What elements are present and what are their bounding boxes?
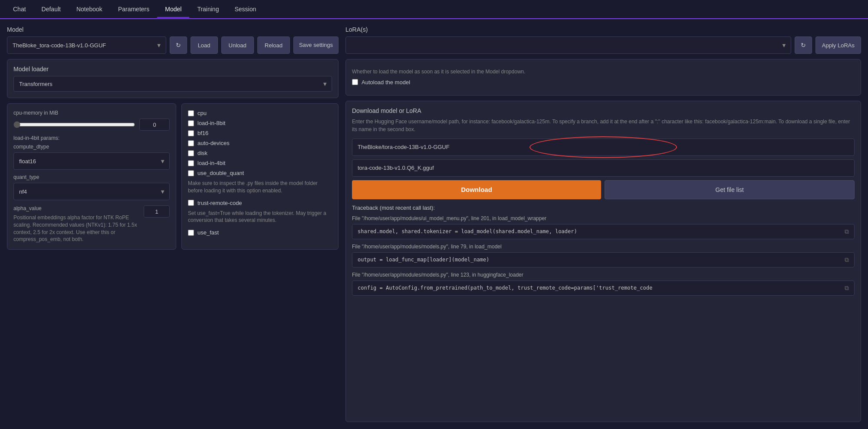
checkbox-use-double-quant: use_double_quant <box>188 170 332 176</box>
use-double-quant-checkbox[interactable] <box>188 170 194 176</box>
trust-remote-code-label: trust-remote-code <box>197 200 242 206</box>
disk-label: disk <box>197 150 207 156</box>
traceback-line-1: File "/home/user/app/modules/models.py",… <box>352 243 855 251</box>
autoload-desc: Whether to load the model as soon as it … <box>352 68 855 76</box>
traceback-line-0: File "/home/user/app/modules/ui_model_me… <box>352 214 855 222</box>
model-path-wrapper <box>352 139 855 156</box>
traceback-line-2: File "/home/user/app/modules/models.py",… <box>352 271 855 279</box>
tab-chat[interactable]: Chat <box>5 1 34 18</box>
checkbox-use-fast: use_fast <box>188 229 332 236</box>
params-right: cpu load-in-8bit bf16 auto-devices disk <box>181 103 339 250</box>
compute-dtype-dropdown-wrapper: float16 float32 bfloat16 ▼ <box>13 152 170 170</box>
download-desc: Enter the Hugging Face username/model pa… <box>352 118 855 133</box>
tab-notebook[interactable]: Notebook <box>69 1 110 18</box>
reload-button[interactable]: Reload <box>257 36 290 54</box>
alpha-value-label: alpha_value <box>13 205 139 211</box>
autoload-row: Autoload the model <box>352 79 855 86</box>
quant-type-label: quant_type <box>13 174 170 180</box>
cpu-memory-slider-row <box>13 119 170 131</box>
copy-icon-1[interactable]: ⧉ <box>845 256 849 264</box>
copy-icon-0[interactable]: ⧉ <box>845 228 849 235</box>
load-button[interactable]: Load <box>191 36 218 54</box>
cpu-memory-label: cpu-memory in MiB <box>13 110 170 116</box>
auto-devices-checkbox[interactable] <box>188 140 194 146</box>
model-path-input[interactable] <box>352 139 855 156</box>
bf16-label: bf16 <box>197 130 208 136</box>
cpu-label: cpu <box>197 110 207 116</box>
use-fast-label: use_fast <box>197 229 219 236</box>
model-dropdown-wrapper: TheBloke_tora-code-13B-v1.0-GGUF ▼ <box>7 36 166 54</box>
params-left: cpu-memory in MiB load-in-4bit params: c… <box>7 103 176 250</box>
tab-session[interactable]: Session <box>227 1 264 18</box>
compute-dtype-label: compute_dtype <box>13 144 170 150</box>
download-title: Download model or LoRA <box>352 107 855 114</box>
model-dropdown[interactable]: TheBloke_tora-code-13B-v1.0-GGUF <box>7 36 166 54</box>
quant-type-dropdown-wrapper: nf4 fp4 ▼ <box>13 183 170 200</box>
get-file-list-button[interactable]: Get file list <box>605 180 855 199</box>
tab-model[interactable]: Model <box>157 1 189 18</box>
lora-dropdown[interactable] <box>345 36 791 54</box>
load-in-4bit-label: load-in-4bit params: <box>13 135 170 141</box>
tab-training[interactable]: Training <box>189 1 227 18</box>
use-fast-checkbox[interactable] <box>188 230 194 236</box>
traceback-code-2: config = AutoConfig.from_pretrained(path… <box>352 280 855 296</box>
tab-default[interactable]: Default <box>34 1 69 18</box>
auto-devices-label: auto-devices <box>197 140 230 146</box>
cpu-memory-input[interactable] <box>139 119 170 131</box>
bf16-checkbox[interactable] <box>188 130 194 136</box>
traceback-section: Traceback (most recent call last): File … <box>352 205 855 299</box>
load-in-4bit-checkbox[interactable] <box>188 160 194 166</box>
unload-button[interactable]: Unload <box>221 36 254 54</box>
model-section-label: Model <box>7 26 339 33</box>
checkbox-cpu: cpu <box>188 110 332 116</box>
download-button[interactable]: Download <box>352 180 601 199</box>
checkbox-bf16: bf16 <box>188 130 332 136</box>
traceback-code-0: shared.model, shared.tokenizer = load_mo… <box>352 224 855 239</box>
loader-dropdown-wrapper: Transformers ▼ <box>13 76 332 92</box>
note-trust-remote: Make sure to inspect the .py files insid… <box>188 180 332 195</box>
cpu-checkbox[interactable] <box>188 110 194 116</box>
alpha-value-input[interactable] <box>144 205 170 218</box>
file-name-input[interactable] <box>352 159 855 177</box>
load-in-8bit-checkbox[interactable] <box>188 120 194 126</box>
left-panel: Model TheBloke_tora-code-13B-v1.0-GGUF ▼… <box>7 26 345 422</box>
load-in-4bit-label: load-in-4bit <box>197 160 225 166</box>
save-settings-button[interactable]: Save settings <box>293 36 339 54</box>
loader-label: Model loader <box>13 66 332 73</box>
quant-type-dropdown[interactable]: nf4 fp4 <box>13 183 170 200</box>
copy-icon-2[interactable]: ⧉ <box>845 284 849 292</box>
traceback-code-1: output = load_func_map[loader](model_nam… <box>352 252 855 267</box>
trust-remote-code-checkbox[interactable] <box>188 200 194 206</box>
checkbox-auto-devices: auto-devices <box>188 140 332 146</box>
model-refresh-button[interactable]: ↻ <box>170 36 187 54</box>
use-double-quant-label: use_double_quant <box>197 170 244 176</box>
download-section: Download model or LoRA Enter the Hugging… <box>345 101 861 422</box>
main-content: Model TheBloke_tora-code-13B-v1.0-GGUF ▼… <box>0 19 868 429</box>
checkbox-disk: disk <box>188 150 332 156</box>
disk-checkbox[interactable] <box>188 150 194 156</box>
autoload-checkbox[interactable] <box>352 79 358 85</box>
download-buttons: Download Get file list <box>352 180 855 199</box>
model-selector-row: TheBloke_tora-code-13B-v1.0-GGUF ▼ ↻ Loa… <box>7 36 339 54</box>
params-row: cpu-memory in MiB load-in-4bit params: c… <box>7 103 339 250</box>
top-navigation: Chat Default Notebook Parameters Model T… <box>0 0 868 19</box>
load-in-8bit-label: load-in-8bit <box>197 120 225 126</box>
compute-dtype-dropdown[interactable]: float16 float32 bfloat16 <box>13 152 170 170</box>
loader-dropdown[interactable]: Transformers <box>13 76 332 92</box>
compute-dtype-group: compute_dtype float16 float32 bfloat16 ▼ <box>13 144 170 170</box>
model-header: Model TheBloke_tora-code-13B-v1.0-GGUF ▼… <box>7 26 339 54</box>
right-panel: LoRA(s) ▼ ↻ Apply LoRAs Whether to load … <box>345 26 861 422</box>
lora-refresh-button[interactable]: ↻ <box>795 36 812 54</box>
checkbox-trust-remote-code: trust-remote-code <box>188 200 332 206</box>
cpu-memory-slider[interactable] <box>13 121 135 128</box>
loader-section: Model loader Transformers ▼ <box>7 59 339 98</box>
tab-parameters[interactable]: Parameters <box>110 1 157 18</box>
lora-section-label: LoRA(s) <box>345 26 861 33</box>
apply-loras-button[interactable]: Apply LoRAs <box>815 36 861 54</box>
autoload-label: Autoload the model <box>362 79 410 86</box>
checkbox-load-in-8bit: load-in-8bit <box>188 120 332 126</box>
quant-type-group: quant_type nf4 fp4 ▼ <box>13 174 170 200</box>
lora-row: ▼ ↻ Apply LoRAs <box>345 36 861 54</box>
alpha-note: Positional embeddings alpha factor for N… <box>13 214 139 243</box>
lora-dropdown-wrapper: ▼ <box>345 36 791 54</box>
